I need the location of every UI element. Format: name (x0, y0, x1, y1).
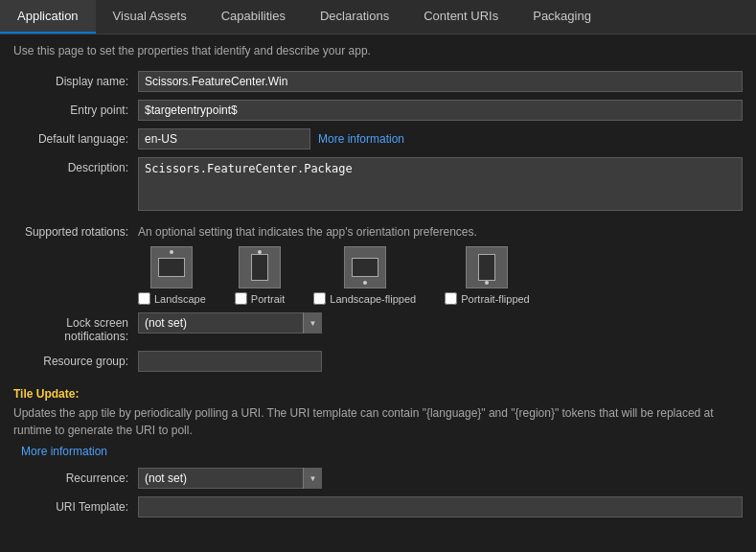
tile-update-section: Tile Update: Updates the app tile by per… (13, 387, 743, 468)
resource-group-label: Resource group: (13, 351, 138, 368)
rotation-dot-landscape-flipped (363, 281, 367, 285)
rotation-dot-portrait (258, 250, 262, 254)
tab-capabilities[interactable]: Capabilities (204, 0, 303, 34)
entry-point-input[interactable] (138, 100, 743, 121)
recurrence-label: Recurrence: (13, 468, 138, 485)
default-language-control: More information (138, 128, 743, 150)
rotation-portrait-flipped-checkbox[interactable] (445, 292, 457, 305)
default-language-input[interactable] (138, 128, 310, 150)
page-description: Use this page to set the properties that… (13, 44, 743, 58)
rotation-landscape-checkbox[interactable] (138, 292, 150, 305)
rotation-portrait-flipped: Portrait-flipped (445, 246, 530, 305)
tab-content-uris[interactable]: Content URIs (406, 0, 515, 34)
rotation-landscape-flipped-checkbox[interactable] (313, 292, 326, 305)
rotation-landscape-icon (150, 246, 193, 288)
supported-rotations-label: Supported rotations: (13, 221, 138, 239)
section-divider-1 (13, 380, 743, 387)
tab-bar: Application Visual Assets Capabilities D… (0, 0, 756, 34)
default-language-row: Default language: More information (13, 128, 743, 150)
content-area: Use this page to set the properties that… (0, 34, 756, 552)
rotation-portrait: Portrait (235, 246, 285, 305)
default-language-label: Default language: (13, 128, 138, 146)
recurrence-select[interactable]: (not set) Half hour 1 hour 6 hours 12 ho… (138, 468, 322, 489)
display-name-label: Display name: (13, 71, 138, 88)
tile-update-more-info-link[interactable]: More information (21, 445, 107, 458)
display-name-row: Display name: (13, 71, 743, 92)
rotations-options: Landscape Portrait Landscape-flipped (138, 246, 743, 305)
lock-screen-row: Lock screen notifications: (not set) Bad… (13, 312, 743, 343)
display-name-input[interactable] (138, 71, 743, 92)
tab-visual-assets[interactable]: Visual Assets (96, 0, 204, 34)
lock-screen-select-wrapper: (not set) Badge Badge and Tile Text ▼ (138, 312, 322, 334)
display-name-control (138, 71, 743, 92)
lock-screen-control: (not set) Badge Badge and Tile Text ▼ (138, 312, 743, 334)
rotation-landscape-flipped: Landscape-flipped (313, 246, 416, 305)
rotation-dot-landscape (170, 250, 173, 254)
uri-template-row: URI Template: (13, 496, 743, 518)
supported-rotations-hint-row: Supported rotations: An optional setting… (13, 221, 743, 239)
recurrence-row: Recurrence: (not set) Half hour 1 hour 6… (13, 468, 743, 489)
uri-template-input[interactable] (138, 496, 743, 518)
resource-group-row: Resource group: (13, 351, 743, 372)
tile-update-description: Updates the app tile by periodically pol… (13, 404, 743, 439)
uri-template-label: URI Template: (13, 496, 138, 514)
entry-point-label: Entry point: (13, 100, 138, 117)
resource-group-control (138, 351, 743, 372)
rotation-portrait-icon (239, 246, 281, 288)
rotation-landscape: Landscape (138, 246, 206, 305)
entry-point-row: Entry point: (13, 100, 743, 121)
description-row: Description: (13, 157, 743, 214)
description-input[interactable] (138, 157, 743, 211)
tab-packaging[interactable]: Packaging (515, 0, 608, 34)
rotation-portrait-label: Portrait (251, 293, 285, 305)
resource-group-input[interactable] (138, 351, 322, 372)
supported-rotations-hint: An optional setting that indicates the a… (138, 221, 743, 239)
description-control (138, 157, 743, 214)
tab-application[interactable]: Application (0, 0, 96, 34)
rotation-landscape-flipped-label: Landscape-flipped (330, 293, 416, 305)
recurrence-control: (not set) Half hour 1 hour 6 hours 12 ho… (138, 468, 743, 489)
rotation-portrait-flipped-label: Portrait-flipped (461, 293, 530, 305)
tile-update-title: Tile Update: (13, 387, 743, 401)
uri-template-control (138, 496, 743, 518)
rotation-dot-portrait-flipped (485, 281, 489, 285)
tab-declarations[interactable]: Declarations (303, 0, 406, 34)
lock-screen-select[interactable]: (not set) Badge Badge and Tile Text (138, 312, 322, 334)
recurrence-select-wrapper: (not set) Half hour 1 hour 6 hours 12 ho… (138, 468, 322, 489)
rotation-portrait-flipped-icon (466, 246, 508, 288)
more-info-language-link[interactable]: More information (318, 132, 404, 146)
rotation-portrait-checkbox[interactable] (235, 292, 247, 305)
rotation-landscape-flipped-icon (344, 246, 386, 288)
description-label: Description: (13, 157, 138, 174)
lock-screen-label: Lock screen notifications: (13, 312, 138, 343)
entry-point-control (138, 100, 743, 121)
rotation-landscape-label: Landscape (154, 293, 206, 305)
